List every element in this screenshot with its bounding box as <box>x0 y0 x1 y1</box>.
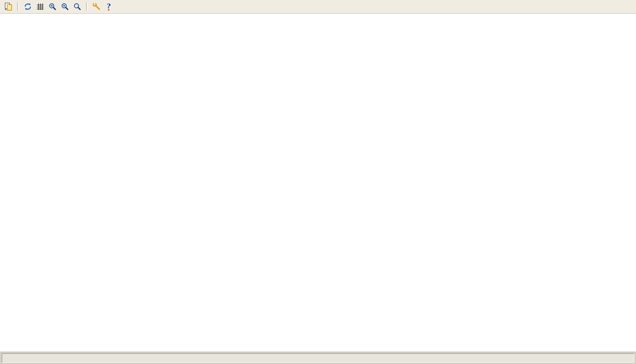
copy-button[interactable] <box>3 1 14 12</box>
zoom-next-button[interactable] <box>59 1 71 12</box>
copy-icon <box>4 2 13 11</box>
toolbar-separator <box>17 2 19 11</box>
status-bar <box>0 352 636 364</box>
plots-canvas[interactable] <box>0 0 636 352</box>
grid-button[interactable] <box>34 1 46 12</box>
toolbar-separator <box>86 2 88 11</box>
zoom-previous-icon <box>48 2 57 11</box>
grid-icon <box>35 2 45 11</box>
status-field <box>2 353 634 363</box>
zoom-previous-button[interactable] <box>47 1 58 12</box>
zoom-next-icon <box>60 2 70 11</box>
help-button[interactable]: ? <box>103 1 115 12</box>
config-button[interactable] <box>91 1 102 12</box>
svg-text:?: ? <box>107 2 111 10</box>
zoom-autoscale-icon <box>72 2 82 11</box>
help-icon: ? <box>104 2 114 11</box>
config-icon <box>92 2 102 11</box>
zoom-autoscale-button[interactable] <box>72 1 83 12</box>
refresh-icon <box>23 2 33 11</box>
toolbar: ? <box>0 0 636 14</box>
replot-button[interactable] <box>22 1 34 12</box>
